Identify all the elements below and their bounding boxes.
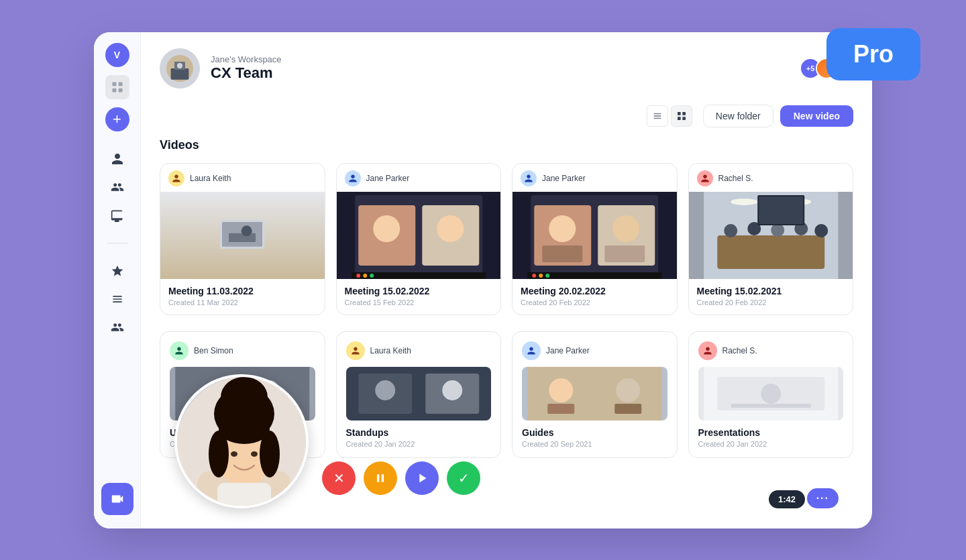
folder-4-avatar bbox=[698, 341, 717, 360]
workspace-info: Jane's Workspace CX Team bbox=[211, 54, 805, 82]
video-4-thumbnail bbox=[689, 192, 853, 279]
svg-point-64 bbox=[761, 384, 781, 404]
sidebar-item-people[interactable] bbox=[110, 152, 125, 166]
grid-view-button[interactable] bbox=[671, 105, 692, 127]
sidebar-item-favorites[interactable] bbox=[110, 264, 125, 278]
folder-card-4[interactable]: Rachel S. Presentations Created 20 Jan 2… bbox=[688, 331, 854, 458]
svg-rect-28 bbox=[542, 245, 582, 262]
folder-2-author: Laura Keith bbox=[370, 346, 411, 355]
workspace-avatar bbox=[160, 48, 200, 89]
svg-point-7 bbox=[177, 63, 182, 68]
player-controls[interactable]: ✕ ✓ bbox=[322, 461, 480, 495]
video-card-1[interactable]: Laura Keith Meeting 11.03.2022 bbox=[160, 163, 325, 315]
list-view-button[interactable] bbox=[647, 105, 668, 127]
svg-point-50 bbox=[230, 375, 254, 399]
svg-rect-3 bbox=[118, 88, 122, 92]
folder-card-3[interactable]: Jane Parker Guides Created 20 Sep 2021 bbox=[512, 331, 678, 458]
folder-3-header: Jane Parker bbox=[522, 341, 667, 360]
svg-rect-76 bbox=[217, 483, 271, 508]
video-1-date: Created 11 Mar 2022 bbox=[168, 298, 317, 306]
svg-point-21 bbox=[356, 274, 360, 278]
svg-rect-31 bbox=[604, 245, 645, 262]
video-card-1-header: Laura Keith bbox=[160, 164, 325, 192]
video-card-2-header: Jane Parker bbox=[337, 164, 501, 192]
svg-point-33 bbox=[532, 274, 536, 278]
svg-rect-65 bbox=[731, 404, 811, 408]
main-container: V + bbox=[94, 32, 872, 528]
sidebar: V + bbox=[94, 32, 141, 528]
video-3-info: Meeting 20.02.2022 Created 20 Feb 2022 bbox=[513, 279, 677, 315]
svg-point-30 bbox=[612, 215, 639, 242]
workspace-team: CX Team bbox=[211, 64, 805, 82]
video-1-title: Meeting 11.03.2022 bbox=[168, 286, 317, 296]
svg-point-41 bbox=[724, 224, 737, 237]
video-2-date: Created 15 Feb 2022 bbox=[345, 298, 493, 306]
video-4-avatar bbox=[697, 170, 713, 186]
new-video-button[interactable]: New video bbox=[780, 105, 853, 127]
video-4-info: Meeting 15.02.2021 Created 20 Feb 2022 bbox=[689, 279, 853, 315]
folder-1-title: User Groups bbox=[170, 427, 315, 438]
video-3-author: Jane Parker bbox=[542, 174, 586, 183]
play-button[interactable] bbox=[405, 461, 439, 495]
view-toggle bbox=[647, 105, 692, 127]
svg-point-18 bbox=[437, 215, 464, 242]
sidebar-item-monitor[interactable] bbox=[110, 208, 125, 223]
folder-card-1[interactable]: Ben Simon User Groups Created 30 Sep 202… bbox=[160, 331, 325, 458]
main-content: Jane's Workspace CX Team +5 bbox=[141, 32, 872, 528]
video-3-avatar bbox=[521, 170, 537, 186]
video-card-3[interactable]: Jane Parker bbox=[512, 163, 678, 315]
video-4-author: Rachel S. bbox=[718, 174, 753, 183]
player-timer: 1:42 bbox=[769, 490, 805, 508]
svg-rect-19 bbox=[429, 245, 469, 262]
folder-card-2[interactable]: Laura Keith Standups Created 20 Jan 2022 bbox=[336, 331, 502, 458]
video-1-info: Meeting 11.03.2022 Created 11 Mar 2022 bbox=[160, 279, 325, 315]
sidebar-item-groups[interactable] bbox=[110, 180, 125, 194]
video-2-thumbnail bbox=[337, 192, 501, 279]
folder-2-header: Laura Keith bbox=[346, 341, 492, 360]
folder-2-date: Created 20 Jan 2022 bbox=[346, 440, 492, 448]
svg-rect-0 bbox=[112, 82, 116, 86]
pause-button[interactable] bbox=[364, 461, 397, 495]
videos-section-title: Videos bbox=[160, 138, 853, 152]
svg-point-23 bbox=[370, 274, 374, 278]
svg-rect-69 bbox=[197, 471, 291, 508]
video-4-title: Meeting 15.02.2021 bbox=[697, 286, 845, 296]
svg-point-15 bbox=[373, 215, 400, 242]
close-button[interactable]: ✕ bbox=[322, 461, 356, 495]
video-2-title: Meeting 15.02.2022 bbox=[345, 286, 493, 296]
player-more-button[interactable]: ··· bbox=[807, 488, 839, 508]
new-folder-button[interactable]: New folder bbox=[703, 105, 773, 127]
video-2-author: Jane Parker bbox=[366, 174, 410, 183]
svg-point-45 bbox=[814, 224, 828, 237]
video-1-avatar bbox=[168, 170, 184, 186]
folder-2-thumbnail bbox=[346, 367, 492, 421]
svg-point-56 bbox=[442, 380, 462, 400]
svg-point-35 bbox=[545, 274, 549, 278]
svg-point-22 bbox=[363, 274, 367, 278]
videos-grid: Laura Keith Meeting 11.03.2022 bbox=[160, 163, 853, 315]
video-card-2[interactable]: Jane Parker bbox=[336, 163, 502, 315]
folder-1-thumbnail bbox=[170, 367, 315, 421]
sidebar-item-stack[interactable] bbox=[110, 292, 125, 306]
svg-rect-59 bbox=[547, 404, 574, 414]
check-button[interactable]: ✓ bbox=[447, 461, 480, 495]
camera-button[interactable] bbox=[101, 483, 133, 515]
svg-rect-10 bbox=[229, 233, 256, 241]
workspace-name: Jane's Workspace bbox=[211, 54, 805, 64]
folder-1-header: Ben Simon bbox=[170, 341, 315, 360]
folder-4-date: Created 20 Jan 2022 bbox=[698, 440, 844, 448]
pro-badge: Pro bbox=[826, 28, 920, 80]
svg-point-49 bbox=[205, 380, 225, 400]
folder-4-thumbnail bbox=[698, 367, 844, 421]
video-2-info: Meeting 15.02.2022 Created 15 Feb 2022 bbox=[337, 279, 501, 315]
svg-rect-16 bbox=[366, 245, 407, 262]
add-workspace-button[interactable]: + bbox=[105, 107, 129, 131]
folder-3-date: Created 20 Sep 2021 bbox=[522, 440, 667, 448]
folder-1-date: Created 30 Sep 2022 bbox=[170, 440, 315, 448]
svg-rect-2 bbox=[112, 88, 116, 92]
user-avatar[interactable]: V bbox=[105, 43, 129, 67]
video-3-thumbnail bbox=[513, 192, 677, 279]
video-card-4[interactable]: Rachel S. bbox=[688, 163, 854, 315]
workspace-thumb[interactable] bbox=[105, 75, 129, 99]
sidebar-item-share[interactable] bbox=[110, 320, 125, 335]
